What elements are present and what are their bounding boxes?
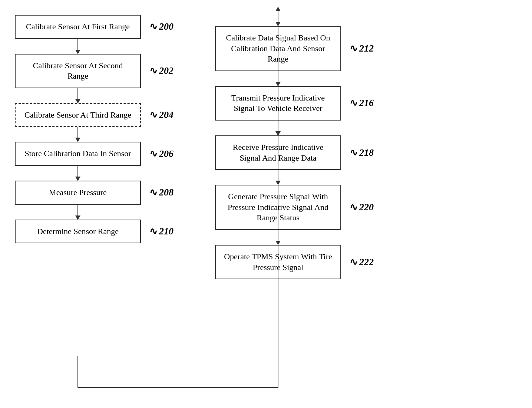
box-wrapper-200: Calibrate Sensor At First Range ∿200 (15, 15, 141, 39)
box-wrapper-218: Receive Pressure Indicative Signal And R… (215, 135, 341, 170)
flow-box-210: Determine Sensor Range ∿210 (15, 220, 141, 244)
ref-212: ∿212 (350, 42, 374, 55)
box-wrapper-220: Generate Pressure Signal With Pressure I… (215, 185, 341, 230)
box-wrapper-212: Calibrate Data Signal Based On Calibrati… (215, 26, 341, 71)
flow-box-212: Calibrate Data Signal Based On Calibrati… (215, 26, 341, 71)
box-wrapper-210: Determine Sensor Range ∿210 (15, 220, 141, 244)
top-arrow-right (278, 11, 278, 26)
box-216-label: Transmit Pressure Indicative Signal To V… (231, 93, 325, 113)
flow-box-208: Measure Pressure ∿208 (15, 181, 141, 205)
flow-box-220: Generate Pressure Signal With Pressure I… (215, 185, 341, 230)
arrow-202-204 (77, 88, 78, 103)
box-208-label: Measure Pressure (49, 188, 107, 197)
ref-222: ∿222 (350, 256, 374, 269)
arrow-206-208 (77, 166, 78, 181)
ref-220: ∿220 (350, 201, 374, 214)
box-wrapper-206: Store Calibration Data In Sensor ∿206 (15, 142, 141, 166)
box-222-label: Operate TPMS System With Tire Pressure S… (224, 252, 332, 272)
box-212-label: Calibrate Data Signal Based On Calibrati… (226, 33, 330, 63)
box-204-label: Calibrate Sensor At Third Range (24, 110, 131, 119)
flow-box-218: Receive Pressure Indicative Signal And R… (215, 135, 341, 170)
ref-210: ∿210 (149, 225, 174, 238)
ref-206: ∿206 (149, 148, 174, 160)
arrow-212-216 (278, 71, 278, 86)
arrow-218-220 (278, 170, 278, 185)
box-wrapper-204: Calibrate Sensor At Third Range ∿204 (15, 103, 141, 127)
flow-box-206: Store Calibration Data In Sensor ∿206 (15, 142, 141, 166)
ref-204: ∿204 (149, 109, 174, 121)
ref-200: ∿200 (149, 20, 174, 33)
box-202-label: Calibrate Sensor At Second Range (33, 61, 123, 81)
ref-208: ∿208 (149, 186, 174, 199)
ref-202: ∿202 (149, 65, 174, 77)
box-wrapper-222: Operate TPMS System With Tire Pressure S… (215, 245, 341, 279)
box-206-label: Store Calibration Data In Sensor (24, 149, 131, 158)
arrow-200-202 (77, 39, 78, 54)
flow-box-222: Operate TPMS System With Tire Pressure S… (215, 245, 341, 279)
box-220-label: Generate Pressure Signal With Pressure I… (228, 192, 328, 222)
arrow-204-206 (77, 127, 78, 142)
box-218-label: Receive Pressure Indicative Signal And R… (233, 142, 323, 162)
right-column: Calibrate Data Signal Based On Calibrati… (215, 11, 423, 397)
box-200-label: Calibrate Sensor At First Range (26, 22, 130, 31)
flow-box-200: Calibrate Sensor At First Range ∿200 (15, 15, 141, 39)
box-wrapper-208: Measure Pressure ∿208 (15, 181, 141, 205)
left-column: Calibrate Sensor At First Range ∿200 Cal… (15, 11, 193, 397)
arrow-208-210 (77, 205, 78, 220)
diagram-container: Calibrate Sensor At First Range ∿200 Cal… (0, 0, 532, 408)
box-wrapper-202: Calibrate Sensor At Second Range ∿202 (15, 54, 141, 88)
box-wrapper-216: Transmit Pressure Indicative Signal To V… (215, 86, 341, 121)
flow-box-216: Transmit Pressure Indicative Signal To V… (215, 86, 341, 121)
arrow-216-218 (278, 121, 278, 135)
flow-box-204: Calibrate Sensor At Third Range ∿204 (15, 103, 141, 127)
flow-box-202: Calibrate Sensor At Second Range ∿202 (15, 54, 141, 88)
ref-216: ∿216 (350, 97, 374, 109)
box-210-label: Determine Sensor Range (37, 227, 119, 236)
arrow-220-222 (278, 230, 278, 245)
ref-218: ∿218 (350, 147, 374, 159)
